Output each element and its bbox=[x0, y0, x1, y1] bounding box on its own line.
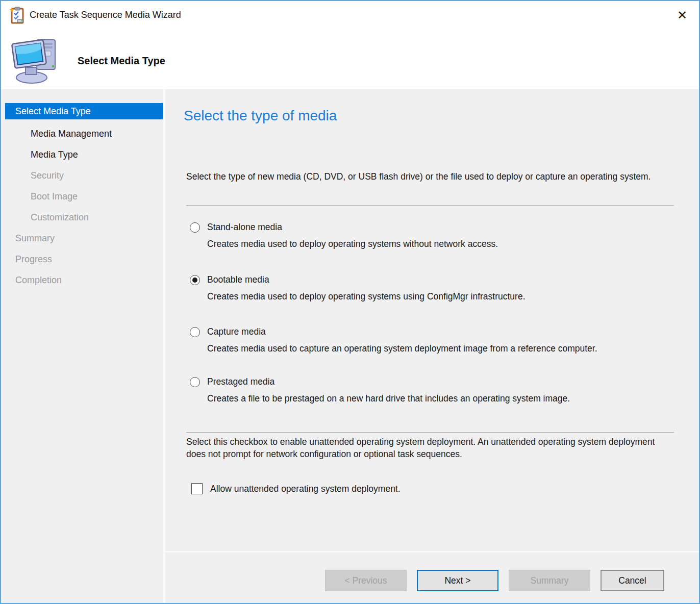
title-bar: Create Task Sequence Media Wizard ✕ bbox=[1, 1, 699, 30]
option-description: Creates media used to deploy operating s… bbox=[207, 291, 680, 302]
radio-label[interactable]: Bootable media bbox=[207, 274, 269, 285]
wizard-page-title: Select Media Type bbox=[78, 55, 165, 67]
separator bbox=[186, 432, 674, 433]
computer-icon bbox=[10, 36, 60, 86]
sidebar-item-boot-image[interactable]: Boot Image bbox=[1, 186, 163, 207]
wizard-window: Create Task Sequence Media Wizard ✕ Sele… bbox=[0, 0, 700, 604]
sidebar-item-media-type[interactable]: Media Type bbox=[1, 144, 163, 165]
option-description: Creates a file to be prestaged on a new … bbox=[207, 393, 680, 404]
sidebar-item-customization[interactable]: Customization bbox=[1, 207, 163, 228]
sidebar-item-select-media-type[interactable]: Select Media Type bbox=[5, 103, 163, 119]
radio-label[interactable]: Prestaged media bbox=[207, 376, 274, 387]
previous-button: < Previous bbox=[325, 570, 407, 591]
sidebar-item-completion[interactable]: Completion bbox=[1, 270, 163, 291]
cancel-button[interactable]: Cancel bbox=[601, 570, 664, 591]
separator bbox=[186, 205, 674, 206]
wizard-footer: < Previous Next > Summary Cancel bbox=[165, 551, 699, 603]
unattended-checkbox[interactable] bbox=[191, 483, 203, 494]
sidebar-item-progress[interactable]: Progress bbox=[1, 249, 163, 270]
option-bootable-media: Bootable media Creates media used to dep… bbox=[190, 274, 680, 302]
intro-text: Select the type of new media (CD, DVD, o… bbox=[186, 171, 651, 183]
unattended-checkbox-row: Allow unattended operating system deploy… bbox=[191, 483, 401, 494]
unattended-checkbox-label[interactable]: Allow unattended operating system deploy… bbox=[210, 484, 401, 494]
option-stand-alone-media: Stand-alone media Creates media used to … bbox=[190, 222, 680, 249]
window-title: Create Task Sequence Media Wizard bbox=[30, 10, 181, 20]
radio-prestaged-media[interactable] bbox=[190, 377, 200, 387]
option-description: Creates media used to capture an operati… bbox=[207, 343, 680, 354]
sidebar-item-media-management[interactable]: Media Management bbox=[1, 123, 163, 144]
radio-label[interactable]: Capture media bbox=[207, 326, 266, 337]
option-capture-media: Capture media Creates media used to capt… bbox=[190, 326, 680, 354]
next-button[interactable]: Next > bbox=[417, 570, 498, 591]
radio-capture-media[interactable] bbox=[190, 327, 200, 337]
radio-label[interactable]: Stand-alone media bbox=[207, 222, 282, 233]
top-band: Create Task Sequence Media Wizard ✕ Sele… bbox=[1, 1, 699, 89]
option-description: Creates media used to deploy operating s… bbox=[207, 239, 680, 249]
summary-button: Summary bbox=[509, 570, 590, 591]
page-heading: Select the type of media bbox=[184, 108, 337, 124]
close-icon[interactable]: ✕ bbox=[672, 6, 692, 24]
sidebar-item-security[interactable]: Security bbox=[1, 165, 163, 186]
radio-bootable-media[interactable] bbox=[190, 275, 200, 285]
wizard-steps-sidebar: Select Media Type Media Management Media… bbox=[1, 89, 163, 603]
unattended-note: Select this checkbox to enable unattende… bbox=[186, 436, 656, 460]
sidebar-item-summary[interactable]: Summary bbox=[1, 228, 163, 249]
radio-stand-alone-media[interactable] bbox=[190, 222, 200, 233]
wizard-content-pane: Select the type of media Select the type… bbox=[165, 89, 700, 551]
task-sequence-clipboard-icon bbox=[9, 7, 26, 24]
option-prestaged-media: Prestaged media Creates a file to be pre… bbox=[190, 376, 680, 404]
